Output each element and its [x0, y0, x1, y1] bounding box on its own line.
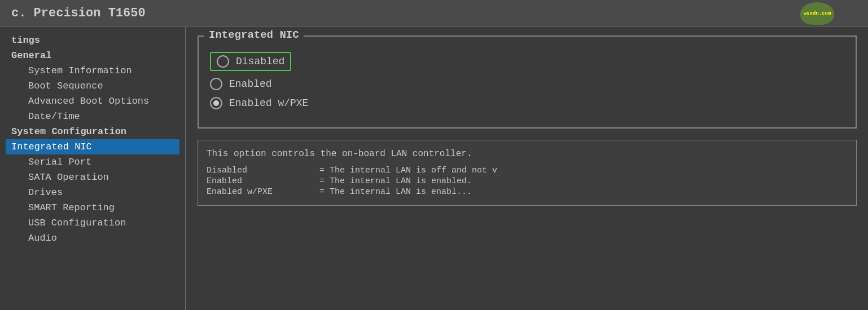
- description-box: This option controls the on-board LAN co…: [198, 140, 857, 206]
- sidebar-item-serial-port[interactable]: Serial Port: [0, 154, 185, 170]
- sidebar-item-integrated-nic[interactable]: Integrated NIC: [6, 139, 179, 154]
- description-text: This option controls the on-board LAN co…: [207, 149, 848, 159]
- option-disabled[interactable]: Disabled: [210, 52, 844, 71]
- radio-enabled-circle: [210, 78, 222, 90]
- watermark: wsxdn.com: [800, 2, 834, 25]
- option-pxe-label: Enabled w/PXE: [229, 98, 308, 109]
- sidebar-item-date-time[interactable]: Date/Time: [0, 109, 185, 124]
- desc-key-enabled: Enabled: [207, 176, 319, 186]
- sidebar-item-boot-sequence[interactable]: Boot Sequence: [0, 78, 185, 94]
- nic-section-title: Integrated NIC: [204, 29, 304, 41]
- title-text: c. Precision T1650: [11, 6, 146, 20]
- title-bar: c. Precision T1650 wsxdn.com: [0, 0, 868, 27]
- sidebar-item-system-information[interactable]: System Information: [0, 63, 185, 78]
- option-enabled-pxe[interactable]: Enabled w/PXE: [210, 97, 844, 109]
- sidebar-item-smart-reporting[interactable]: SMART Reporting: [0, 200, 185, 215]
- watermark-text: wsxdn.com: [804, 11, 831, 16]
- sidebar-item-drives[interactable]: Drives: [0, 185, 185, 200]
- option-disabled-label: Disabled: [236, 56, 284, 67]
- desc-key-disabled: Disabled: [207, 166, 319, 175]
- sidebar-item-audio[interactable]: Audio: [0, 231, 185, 246]
- bios-screen: c. Precision T1650 wsxdn.com tings Gener…: [0, 0, 868, 310]
- desc-val-enabled: = The internal LAN is enabled.: [319, 176, 848, 186]
- radio-pxe-circle: [210, 97, 222, 109]
- option-enabled-label: Enabled: [229, 78, 272, 90]
- main-content: tings General System Information Boot Se…: [0, 27, 868, 310]
- right-panel: Integrated NIC Disabled Enabled Enab: [186, 27, 868, 310]
- sidebar-item-sata-operation[interactable]: SATA Operation: [0, 170, 185, 185]
- option-enabled[interactable]: Enabled: [210, 78, 844, 90]
- sidebar-category-general: General: [0, 48, 185, 63]
- sidebar: tings General System Information Boot Se…: [0, 27, 186, 310]
- desc-val-disabled: = The internal LAN is off and not v: [319, 166, 848, 175]
- option-disabled-highlighted[interactable]: Disabled: [210, 52, 291, 71]
- nic-section-box: Integrated NIC Disabled Enabled Enab: [198, 36, 857, 129]
- desc-key-pxe: Enabled w/PXE: [207, 187, 319, 197]
- desc-val-pxe: = The internal LAN is enabl...: [319, 187, 848, 197]
- sidebar-item-usb-configuration[interactable]: USB Configuration: [0, 215, 185, 231]
- radio-disabled-circle: [217, 55, 229, 68]
- sidebar-item-advanced-boot-options[interactable]: Advanced Boot Options: [0, 94, 185, 109]
- sidebar-category-system-config: System Configuration: [0, 124, 185, 139]
- sidebar-partial-header: tings: [0, 33, 185, 48]
- description-table: Disabled = The internal LAN is off and n…: [207, 166, 848, 197]
